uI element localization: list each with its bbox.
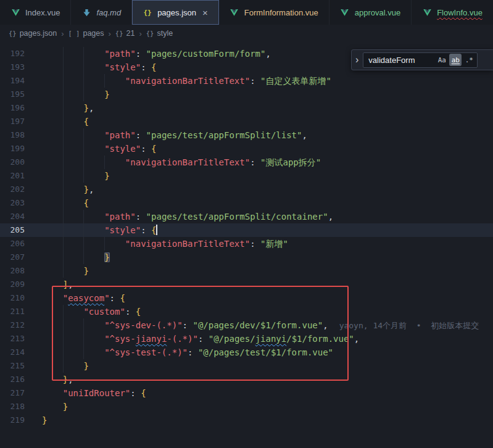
indent-guide <box>83 47 84 60</box>
whole-word-toggle[interactable]: ab <box>449 54 462 66</box>
code-line[interactable]: 203 { <box>0 196 493 210</box>
indent-guide <box>63 196 64 210</box>
breadcrumb-item-21[interactable]: {}21 <box>115 29 135 38</box>
code-text: "style": { <box>35 223 157 237</box>
line-number: 193 <box>0 60 35 74</box>
line-number: 204 <box>0 210 35 223</box>
chevron-right-icon[interactable]: › <box>354 55 360 65</box>
code-line[interactable]: 214 "^sys-test-(.*)": "@/pages/test/$1/f… <box>0 346 493 359</box>
indent-guide <box>63 251 64 264</box>
code-line[interactable]: 210 "easycom": { <box>0 291 493 305</box>
line-number: 210 <box>0 291 35 305</box>
breadcrumb-separator: › <box>109 29 111 38</box>
code-line[interactable]: 202 }, <box>0 183 493 196</box>
find-input[interactable]: validateForm Aaab.* <box>363 52 478 68</box>
code-line[interactable]: 194 "navigationBarTitleText": "自定义表单新增" <box>0 74 493 88</box>
indent-guide <box>83 210 84 223</box>
code-line[interactable]: 206 "navigationBarTitleText": "新增" <box>0 237 493 251</box>
code-line[interactable]: 205 "style": { <box>0 223 493 237</box>
code-text: "^sys-dev-(.*)": "@/pages/dev/$1/form.vu… <box>35 318 479 332</box>
indent-guide <box>104 156 105 169</box>
code-line[interactable]: 196 }, <box>0 101 493 115</box>
line-number: 208 <box>0 264 35 278</box>
line-number: 200 <box>0 156 35 169</box>
indent-guide <box>83 88 84 101</box>
tab-forminformation-vue[interactable]: FormInformation.vue <box>219 0 329 25</box>
line-number: 202 <box>0 183 35 196</box>
tab-pages-json[interactable]: {}pages.json× <box>132 0 219 25</box>
match-case-toggle[interactable]: Aa <box>436 54 448 66</box>
indent-guide <box>63 346 64 359</box>
code-line[interactable]: 218 } <box>0 400 493 413</box>
git-blame-annotation: yaoyn, 14个月前 • 初始版本提交 <box>339 321 479 330</box>
code-line[interactable]: 212 "^sys-dev-(.*)": "@/pages/dev/$1/for… <box>0 318 493 332</box>
code-line[interactable]: 208 } <box>0 264 493 278</box>
code-line[interactable]: 199 "style": { <box>0 142 493 156</box>
spell-warning-squiggle: jianyi <box>255 334 287 344</box>
breadcrumb-item-pages-json[interactable]: {}pages.json <box>9 29 57 38</box>
code-line[interactable]: 213 "^sys-jianyi-(.*)": "@/pages/jianyi/… <box>0 332 493 346</box>
spell-warning-squiggle: easycom <box>68 293 104 303</box>
line-number: 216 <box>0 373 35 386</box>
symbol-object-icon: {} <box>115 30 123 37</box>
indent-guide <box>63 237 64 251</box>
indent-guide <box>104 74 105 88</box>
code-line[interactable]: 215 } <box>0 359 493 373</box>
symbol-object-icon: {} <box>146 30 154 37</box>
line-number: 205 <box>0 223 35 237</box>
vue-icon <box>230 7 239 17</box>
line-number: 194 <box>0 74 35 88</box>
code-text: }, <box>35 373 73 386</box>
vue-icon <box>340 7 350 17</box>
breadcrumb-item-pages[interactable]: [ ]pages <box>68 29 104 38</box>
code-line[interactable]: 201 } <box>0 169 493 183</box>
code-text: } <box>35 359 89 373</box>
indent-guide <box>63 305 64 318</box>
code-line[interactable]: 217 "uniIdRouter": { <box>0 386 493 400</box>
code-text: "navigationBarTitleText": "自定义表单新增" <box>35 74 331 88</box>
line-number: 197 <box>0 115 35 128</box>
find-query-text[interactable]: validateForm <box>368 56 434 65</box>
tab-label: faq.md <box>96 8 121 17</box>
indent-guide <box>63 359 64 373</box>
close-tab-icon[interactable]: × <box>202 8 208 17</box>
code-line[interactable]: 197 { <box>0 115 493 128</box>
code-line[interactable]: 211 "custom": { <box>0 305 493 318</box>
code-line[interactable]: 195 } <box>0 88 493 101</box>
tab-flowinfo-vue[interactable]: FlowInfo.vue <box>412 0 493 25</box>
code-text: "path": "pages/customForm/form", <box>35 47 271 60</box>
line-number: 206 <box>0 237 35 251</box>
code-line[interactable]: 216 }, <box>0 373 493 386</box>
indent-guide <box>83 332 84 346</box>
code-line[interactable]: 209 ], <box>0 278 493 291</box>
tab-label: FormInformation.vue <box>244 8 318 17</box>
tab-index-vue[interactable]: Index.vue <box>0 0 71 25</box>
breadcrumb-label: pages <box>83 29 104 38</box>
code-text: "^sys-test-(.*)": "@/pages/test/$1/form.… <box>35 346 333 359</box>
indent-guide <box>83 128 84 142</box>
code-line[interactable]: 219} <box>0 413 493 427</box>
code-line[interactable]: 200 "navigationBarTitleText": "测试app拆分" <box>0 156 493 169</box>
code-text: "navigationBarTitleText": "新增" <box>35 237 288 251</box>
code-line[interactable]: 198 "path": "pages/test/appFormSplit/lis… <box>0 128 493 142</box>
line-number: 198 <box>0 128 35 142</box>
line-number: 196 <box>0 101 35 115</box>
breadcrumb-item-style[interactable]: {}style <box>146 29 173 38</box>
indent-guide <box>63 183 64 196</box>
spell-warning-squiggle: jianyi <box>136 334 167 344</box>
code-line[interactable]: 204 "path": "pages/test/appFormSplit/con… <box>0 210 493 223</box>
line-number: 199 <box>0 142 35 156</box>
breadcrumb-separator: › <box>61 29 64 38</box>
symbol-array-icon: [ ] <box>68 30 80 37</box>
indent-guide <box>63 128 64 142</box>
breadcrumb-label: 21 <box>126 29 135 38</box>
indent-guide <box>83 60 84 74</box>
indent-guide <box>83 318 84 332</box>
tab-approval-vue[interactable]: approval.vue <box>329 0 412 25</box>
indent-guide <box>63 169 64 183</box>
code-line[interactable]: 207 } <box>0 251 493 264</box>
regex-toggle[interactable]: .* <box>463 54 475 66</box>
code-text: } <box>35 169 110 183</box>
tab-faq-md[interactable]: faq.md <box>71 0 132 25</box>
text-cursor <box>156 225 157 235</box>
